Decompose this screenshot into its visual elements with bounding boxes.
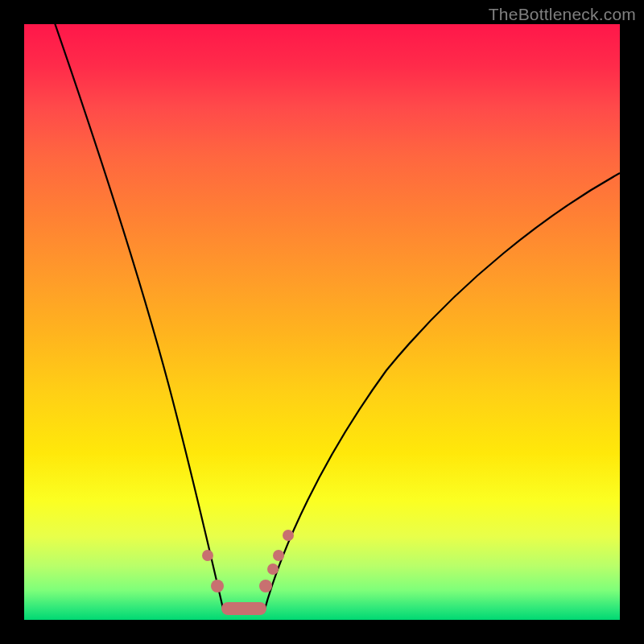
dot-1: [202, 550, 213, 561]
valley-bar: [221, 602, 266, 615]
dot-5: [273, 550, 284, 561]
chart-area: [24, 24, 620, 620]
dot-2: [211, 580, 224, 592]
dot-6: [283, 530, 294, 541]
dot-3: [259, 580, 272, 592]
curve-left-branch: [52, 24, 224, 612]
dot-4: [267, 564, 279, 575]
curve-right-branch: [264, 173, 620, 612]
watermark-text: TheBottleneck.com: [489, 5, 636, 24]
bottleneck-curve: [24, 24, 620, 620]
